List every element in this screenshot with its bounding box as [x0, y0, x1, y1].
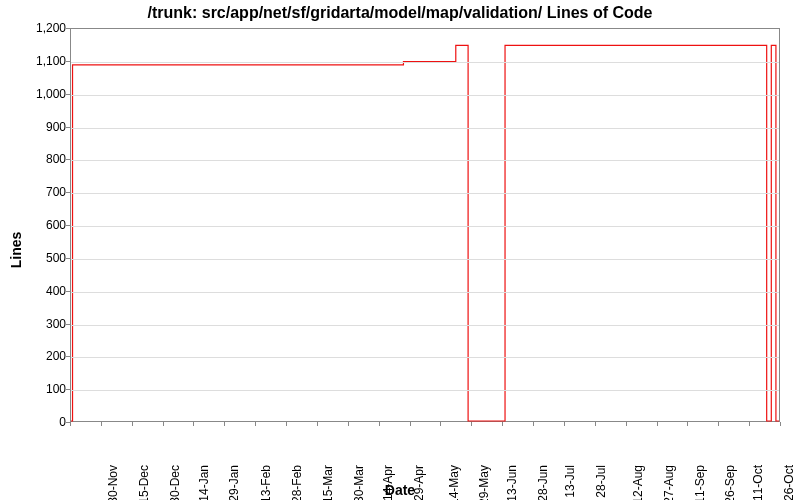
- x-tick-label: 28-Jul: [594, 465, 608, 498]
- y-tick-label: 300: [16, 317, 66, 331]
- x-tick: [533, 422, 534, 426]
- x-tick: [440, 422, 441, 426]
- y-tick-label: 0: [16, 415, 66, 429]
- y-tick: [66, 291, 70, 292]
- y-tick: [66, 94, 70, 95]
- x-tick: [657, 422, 658, 426]
- gridline: [71, 259, 779, 260]
- x-tick: [70, 422, 71, 426]
- x-tick: [780, 422, 781, 426]
- y-tick-label: 900: [16, 120, 66, 134]
- x-tick: [132, 422, 133, 426]
- gridline: [71, 226, 779, 227]
- x-axis-label: Date: [0, 482, 800, 498]
- y-tick-label: 700: [16, 185, 66, 199]
- x-tick-label: 28-Feb: [290, 465, 304, 500]
- x-tick: [101, 422, 102, 426]
- x-tick-label: 26-Oct: [782, 465, 796, 500]
- x-tick: [502, 422, 503, 426]
- x-tick-label: 14-Apr: [381, 465, 395, 500]
- x-tick: [348, 422, 349, 426]
- x-tick-label: 15-Dec: [137, 465, 151, 500]
- x-tick-label: 11-Oct: [751, 465, 765, 500]
- x-tick: [718, 422, 719, 426]
- x-tick-label: 30-Mar: [352, 465, 366, 500]
- y-tick: [66, 159, 70, 160]
- gridline: [71, 160, 779, 161]
- y-tick-label: 100: [16, 382, 66, 396]
- x-tick: [163, 422, 164, 426]
- x-tick: [564, 422, 565, 426]
- x-tick-label: 11-Sep: [692, 465, 706, 500]
- x-tick-label: 30-Nov: [106, 465, 120, 500]
- y-tick: [66, 389, 70, 390]
- x-tick-label: 29-Apr: [412, 465, 426, 500]
- y-tick-label: 500: [16, 251, 66, 265]
- y-tick: [66, 61, 70, 62]
- x-tick-label: 13-Jun: [505, 465, 519, 500]
- plot-area: [70, 28, 780, 422]
- x-tick: [255, 422, 256, 426]
- x-tick-label: 12-Aug: [630, 465, 644, 500]
- y-tick-label: 200: [16, 349, 66, 363]
- x-tick: [595, 422, 596, 426]
- x-tick-label: 14-May: [447, 465, 461, 500]
- x-tick: [687, 422, 688, 426]
- x-tick-label: 27-Aug: [661, 465, 675, 500]
- y-tick: [66, 192, 70, 193]
- x-tick-label: 29-Jan: [227, 465, 241, 500]
- y-tick-label: 1,000: [16, 87, 66, 101]
- y-tick: [66, 225, 70, 226]
- gridline: [71, 95, 779, 96]
- y-tick: [66, 324, 70, 325]
- y-tick-label: 1,100: [16, 54, 66, 68]
- y-tick: [66, 28, 70, 29]
- x-tick: [224, 422, 225, 426]
- x-tick-label: 13-Feb: [259, 465, 273, 500]
- y-tick-label: 1,200: [16, 21, 66, 35]
- x-tick-label: 15-Mar: [321, 465, 335, 500]
- y-tick: [66, 127, 70, 128]
- x-tick-label: 14-Jan: [196, 465, 210, 500]
- gridline: [71, 128, 779, 129]
- x-tick: [286, 422, 287, 426]
- gridline: [71, 325, 779, 326]
- y-tick-label: 600: [16, 218, 66, 232]
- gridline: [71, 357, 779, 358]
- x-tick-label: 30-Dec: [167, 465, 181, 500]
- y-tick-label: 800: [16, 152, 66, 166]
- x-tick-label: 28-Jun: [536, 465, 550, 500]
- gridline: [71, 193, 779, 194]
- x-tick-label: 29-May: [477, 465, 491, 500]
- gridline: [71, 292, 779, 293]
- loc-chart: /trunk: src/app/net/sf/gridarta/model/ma…: [0, 0, 800, 500]
- x-tick: [317, 422, 318, 426]
- x-tick-label: 26-Sep: [723, 465, 737, 500]
- y-tick: [66, 258, 70, 259]
- chart-title: /trunk: src/app/net/sf/gridarta/model/ma…: [0, 4, 800, 22]
- y-tick: [66, 356, 70, 357]
- y-tick-label: 400: [16, 284, 66, 298]
- gridline: [71, 390, 779, 391]
- x-tick: [749, 422, 750, 426]
- x-tick-label: 13-Jul: [563, 465, 577, 498]
- line-series: [71, 29, 779, 421]
- x-tick: [471, 422, 472, 426]
- x-tick: [410, 422, 411, 426]
- gridline: [71, 62, 779, 63]
- x-tick: [626, 422, 627, 426]
- x-tick: [379, 422, 380, 426]
- x-tick: [193, 422, 194, 426]
